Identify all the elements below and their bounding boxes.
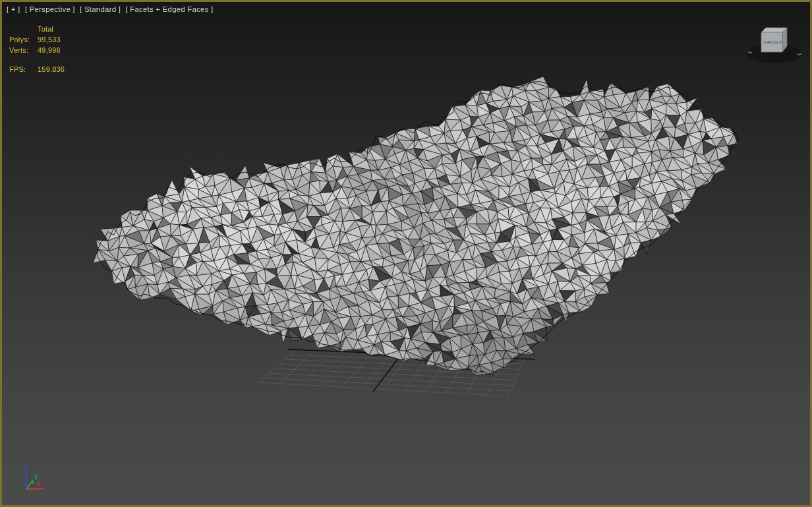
viewport-pov-menu[interactable]: [ Perspective ]: [25, 5, 75, 13]
stats-spacer: [9, 55, 65, 64]
viewcube-front-label: FRONT: [764, 40, 782, 45]
viewcube-west-tick: [748, 52, 752, 53]
viewport-label-bar: [ + ] [ Perspective ] [ Standard ] [ Fac…: [7, 5, 216, 13]
axis-y-label: y: [34, 473, 38, 480]
viewport: [ + ] [ Perspective ] [ Standard ] [ Fac…: [0, 0, 812, 507]
stats-polys-label: Polys:: [9, 34, 38, 45]
viewport-shading-menu[interactable]: [ Facets + Edged Faces ]: [125, 5, 213, 13]
stats-fps-row: FPS: 159.836: [9, 64, 65, 75]
statistics-overlay: Total Polys: 99,533 Verts: 49,996 FPS: 1…: [9, 24, 65, 75]
axis-x-label: x: [37, 480, 41, 487]
stats-header-row: Total: [9, 24, 65, 34]
stats-header-spacer: [9, 24, 38, 34]
world-axis-tripod: z x y: [11, 460, 53, 501]
stats-verts-label: Verts:: [9, 45, 38, 55]
stats-fps-value: 159.836: [38, 64, 65, 75]
axis-z-label: z: [24, 463, 27, 470]
viewport-canvas[interactable]: [0, 0, 812, 507]
stats-fps-label: FPS:: [9, 64, 38, 75]
viewcube[interactable]: FRONT: [742, 16, 808, 71]
viewport-general-menu[interactable]: [ + ]: [7, 5, 20, 13]
stats-polys-value: 99,533: [38, 34, 61, 45]
stats-verts-row: Verts: 49,996: [9, 45, 65, 55]
stats-total-header: Total: [38, 24, 53, 34]
stats-verts-value: 49,996: [38, 45, 61, 55]
viewport-renderer-menu[interactable]: [ Standard ]: [80, 5, 121, 13]
axis-x-line: [26, 489, 44, 489]
viewcube-east-tick: [798, 54, 801, 55]
stats-polys-row: Polys: 99,533: [9, 34, 65, 45]
